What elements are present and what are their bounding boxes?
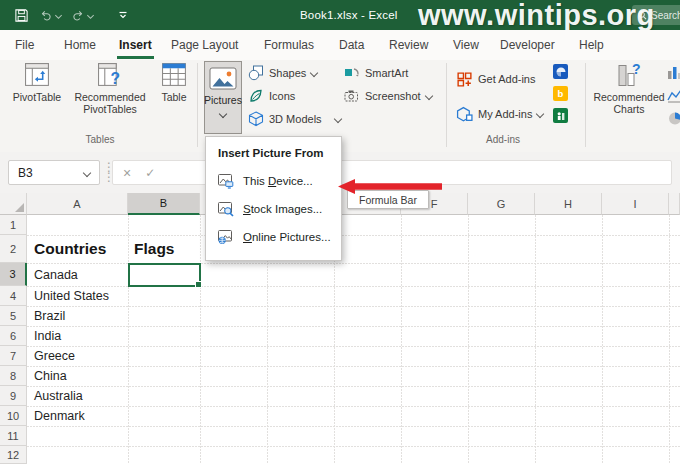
fill-handle[interactable] bbox=[195, 281, 202, 288]
menu-item-this-device[interactable]: This Device... bbox=[206, 167, 341, 195]
stock-images-icon bbox=[218, 201, 234, 217]
customize-quick-access-icon[interactable] bbox=[117, 9, 129, 21]
undo-icon[interactable] bbox=[39, 8, 53, 22]
tab-home[interactable]: Home bbox=[64, 30, 96, 60]
cell-b6[interactable] bbox=[128, 326, 200, 346]
cell-b2[interactable]: Flags bbox=[128, 235, 200, 263]
column-header-g[interactable]: G bbox=[468, 193, 535, 215]
watermark: www.wintips.org bbox=[418, 0, 680, 32]
row-header-2[interactable]: 2 bbox=[0, 235, 27, 263]
cell-b11[interactable] bbox=[128, 426, 200, 446]
cell-b4[interactable] bbox=[128, 286, 200, 306]
icons-button[interactable]: Icons bbox=[248, 87, 295, 105]
row-header-3[interactable]: 3 bbox=[0, 263, 27, 286]
tab-review[interactable]: Review bbox=[389, 30, 428, 60]
redo-dropdown-chevron-icon[interactable] bbox=[87, 11, 94, 18]
cell-b8[interactable] bbox=[128, 366, 200, 386]
cancel-icon[interactable]: × bbox=[123, 165, 131, 181]
svg-text:?: ? bbox=[632, 61, 641, 77]
enter-icon[interactable]: ✓ bbox=[145, 166, 155, 180]
cell-a5[interactable]: Brazil bbox=[27, 306, 128, 326]
tab-developer[interactable]: Developer bbox=[500, 30, 555, 60]
dropdown-header: Insert Picture From bbox=[206, 145, 341, 167]
cell-b9[interactable] bbox=[128, 386, 200, 406]
pie-chart-icon[interactable] bbox=[667, 111, 680, 126]
tables-group-label: Tables bbox=[60, 134, 140, 145]
tab-help[interactable]: Help bbox=[579, 30, 604, 60]
cell-a9[interactable]: Australia bbox=[27, 386, 128, 406]
bing-maps-add-in-icon[interactable]: b bbox=[553, 86, 568, 101]
cell-b5[interactable] bbox=[128, 306, 200, 326]
column-chart-icon[interactable] bbox=[667, 65, 680, 80]
save-icon[interactable] bbox=[14, 8, 29, 23]
cell-b10[interactable] bbox=[128, 406, 200, 426]
add-ins-group-label: Add-ins bbox=[468, 134, 538, 145]
column-header-i[interactable]: I bbox=[602, 193, 669, 215]
column-header-partial[interactable] bbox=[669, 193, 680, 215]
row-header-1[interactable]: 1 bbox=[0, 215, 27, 235]
pivottable-button[interactable]: PivotTable bbox=[8, 61, 66, 103]
cell-a3[interactable]: Canada bbox=[27, 263, 128, 286]
cell-b7[interactable] bbox=[128, 346, 200, 366]
row-header-10[interactable]: 10 bbox=[0, 406, 27, 426]
screenshot-dropdown-chevron-icon bbox=[424, 92, 432, 100]
selected-cell-b3[interactable] bbox=[128, 263, 201, 287]
cell-a10[interactable]: Denmark bbox=[27, 406, 128, 426]
tab-view[interactable]: View bbox=[453, 30, 479, 60]
cell-b1[interactable] bbox=[128, 215, 200, 235]
select-all-button[interactable] bbox=[0, 193, 27, 215]
cell-b12[interactable] bbox=[128, 446, 200, 464]
sheet-row-11: 11 bbox=[0, 426, 680, 446]
cell-a8[interactable]: China bbox=[27, 366, 128, 386]
cell-a2[interactable]: Countries bbox=[27, 235, 128, 263]
recommended-pivottables-button[interactable]: ? Recommended PivotTables bbox=[66, 61, 154, 115]
menu-item-stock-images[interactable]: Stock Images... bbox=[206, 195, 341, 223]
visio-add-in-icon[interactable] bbox=[553, 64, 568, 79]
cell-a1[interactable] bbox=[27, 215, 128, 235]
table-button[interactable]: Table bbox=[152, 61, 196, 103]
undo-dropdown-chevron-icon[interactable] bbox=[55, 11, 62, 18]
row-header-7[interactable]: 7 bbox=[0, 346, 27, 366]
pictures-button[interactable]: Pictures bbox=[204, 61, 242, 134]
sheet-row-6: 6 India bbox=[0, 326, 680, 346]
column-header-a[interactable]: A bbox=[27, 193, 128, 215]
row-header-12[interactable]: 12 bbox=[0, 446, 27, 464]
cell-a4[interactable]: United States bbox=[27, 286, 128, 306]
menu-item-online-pictures[interactable]: Online Pictures... bbox=[206, 223, 341, 251]
screenshot-button[interactable]: Screenshot bbox=[344, 87, 432, 105]
get-add-ins-button[interactable]: Get Add-ins bbox=[456, 70, 535, 88]
cell-a12[interactable] bbox=[27, 446, 128, 464]
get-add-ins-label: Get Add-ins bbox=[478, 73, 535, 85]
row-header-11[interactable]: 11 bbox=[0, 426, 27, 446]
excel-window: Book1.xlsx - Excel Search www.wintips.or… bbox=[0, 0, 680, 464]
this-device-icon bbox=[218, 173, 234, 189]
tab-data[interactable]: Data bbox=[339, 30, 364, 60]
menu-item-label: Stock Images... bbox=[243, 203, 322, 215]
row-header-4[interactable]: 4 bbox=[0, 286, 27, 306]
3d-models-button[interactable]: 3D Models bbox=[248, 110, 341, 128]
recommended-charts-button[interactable]: ? Recommended Charts bbox=[594, 61, 664, 115]
column-header-b[interactable]: B bbox=[128, 193, 200, 215]
active-tab-underline bbox=[117, 56, 154, 59]
smartart-button[interactable]: SmartArt bbox=[344, 64, 408, 82]
shapes-button[interactable]: Shapes bbox=[248, 64, 317, 82]
column-header-h[interactable]: H bbox=[535, 193, 602, 215]
people-graph-add-in-icon[interactable] bbox=[553, 108, 568, 123]
pivottable-icon bbox=[24, 61, 51, 88]
redo-icon[interactable] bbox=[71, 8, 85, 22]
my-add-ins-button[interactable]: My Add-ins bbox=[456, 105, 543, 123]
recommended-pivottables-label: Recommended PivotTables bbox=[66, 91, 154, 115]
row-header-9[interactable]: 9 bbox=[0, 386, 27, 406]
row-header-6[interactable]: 6 bbox=[0, 326, 27, 346]
cell-a11[interactable] bbox=[27, 426, 128, 446]
tab-file[interactable]: File bbox=[15, 30, 34, 60]
cell-a6[interactable]: India bbox=[27, 326, 128, 346]
line-chart-icon[interactable] bbox=[667, 88, 680, 103]
tab-page-layout[interactable]: Page Layout bbox=[171, 30, 238, 60]
row-header-8[interactable]: 8 bbox=[0, 366, 27, 386]
name-box[interactable]: B3 bbox=[8, 160, 100, 185]
sheet-row-4: 4 United States bbox=[0, 286, 680, 306]
cell-a7[interactable]: Greece bbox=[27, 346, 128, 366]
tab-formulas[interactable]: Formulas bbox=[264, 30, 314, 60]
row-header-5[interactable]: 5 bbox=[0, 306, 27, 326]
